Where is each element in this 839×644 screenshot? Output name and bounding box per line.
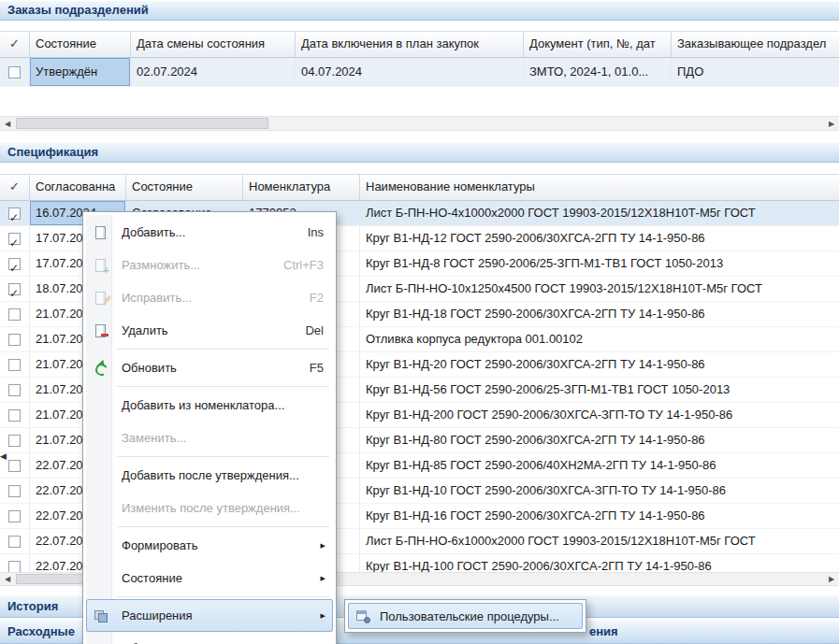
row-checkbox-icon[interactable] bbox=[8, 536, 21, 548]
menu-item-shortcut: F2 bbox=[310, 291, 324, 305]
orders-col-document[interactable]: Документ (тип, №, дат bbox=[524, 32, 672, 57]
orders-horizontal-scrollbar[interactable] bbox=[0, 116, 839, 131]
row-check-cell[interactable] bbox=[0, 58, 30, 87]
orders-col-plan-date[interactable]: Дата включения в план закупок bbox=[296, 32, 524, 57]
scroll-right-arrow-icon[interactable] bbox=[824, 573, 839, 585]
menu-item[interactable]: Состояние bbox=[86, 562, 333, 594]
orders-table-header-row: ✓ Состояние Дата смены состояния Дата вк… bbox=[0, 31, 839, 58]
row-check-cell[interactable] bbox=[0, 479, 30, 504]
menu-item-label: Расширения bbox=[122, 608, 324, 623]
row-checkbox-icon[interactable] bbox=[8, 334, 21, 346]
order-state-date-cell[interactable]: 02.07.2024 bbox=[131, 58, 296, 87]
row-checkbox-icon[interactable] bbox=[8, 510, 21, 522]
menu-item[interactable]: Формировать bbox=[86, 529, 333, 562]
spec-table-header-row: ✓ Согласованна Состояние Номенклатура На… bbox=[0, 174, 839, 201]
spec-name-cell[interactable]: Круг В1-НД-18 ГОСТ 2590-2006/30ХГСА-2ГП … bbox=[360, 302, 839, 327]
submenu-items: Пользовательские процедуры... bbox=[348, 603, 583, 629]
menu-item-shortcut: Ins bbox=[308, 225, 324, 239]
row-check-cell[interactable] bbox=[0, 277, 30, 302]
row-check-cell[interactable] bbox=[0, 201, 30, 226]
spec-name-cell[interactable]: Круг В1-НД-10 ГОСТ 2590-2006/30ХГСА-ЗГП-… bbox=[360, 479, 839, 504]
orders-table: ✓ Состояние Дата смены состояния Дата вк… bbox=[0, 31, 839, 87]
scroll-right-arrow-icon[interactable] bbox=[824, 117, 839, 130]
row-checkbox-icon[interactable] bbox=[8, 233, 21, 245]
menu-item[interactable]: Добавить после утверждения... bbox=[86, 459, 333, 492]
spec-name-cell[interactable]: Лист Б-ПН-НО-10х1250х4500 ГОСТ 19903-201… bbox=[360, 277, 839, 302]
spec-col-nomenclature[interactable]: Номенклатура bbox=[243, 175, 360, 200]
order-state-cell[interactable]: Утверждён bbox=[30, 58, 131, 87]
spec-name-cell[interactable]: Круг В1-НД-20 ГОСТ 2590-2006/30ХГСА-2ГП … bbox=[360, 352, 839, 378]
spec-name-cell[interactable]: Лист Б-ПН-НО-4х1000х2000 ГОСТ 19903-2015… bbox=[360, 201, 839, 226]
spec-name-cell[interactable]: Круг В1-НД-85 ГОСТ 2590-2006/40ХН2МА-2ГП… bbox=[360, 453, 839, 479]
row-checkbox-icon[interactable] bbox=[8, 561, 21, 573]
document-delete-icon bbox=[94, 323, 108, 338]
order-department-cell[interactable]: ПДО bbox=[672, 58, 839, 87]
spec-name-cell[interactable]: Круг В1-НД-16 ГОСТ 2590-2006/30ХГСА-2ГП … bbox=[360, 504, 839, 529]
row-checkbox-icon[interactable] bbox=[8, 384, 21, 396]
spec-col-state[interactable]: Состояние bbox=[126, 175, 243, 200]
scroll-left-arrow-icon[interactable] bbox=[0, 117, 15, 130]
menu-item[interactable]: Пользовательские процедуры... bbox=[348, 603, 583, 629]
row-check-cell[interactable] bbox=[0, 302, 30, 327]
spec-name-cell[interactable]: Круг В1-НД-8 ГОСТ 2590-2006/25-ЗГП-М1-ТВ… bbox=[360, 251, 839, 277]
panel-title-fragment: ения bbox=[589, 621, 618, 642]
row-checkbox-icon[interactable] bbox=[8, 258, 21, 270]
menu-item-shortcut: Del bbox=[305, 323, 324, 337]
order-row[interactable]: Утверждён 02.07.2024 04.07.2024 ЗМТО, 20… bbox=[0, 58, 839, 87]
row-checkbox-icon[interactable] bbox=[8, 208, 21, 220]
splitter-collapse-arrow-icon[interactable] bbox=[0, 447, 11, 465]
menu-item: Размножить... Ctrl+F3 bbox=[86, 249, 333, 281]
row-check-cell[interactable] bbox=[0, 352, 30, 378]
spec-name-cell[interactable]: Круг В1-НД-80 ГОСТ 2590-2006/30ХГСА-2ГП … bbox=[360, 428, 839, 453]
row-check-cell[interactable] bbox=[0, 327, 30, 352]
menu-item: Изменить после утверждения... bbox=[86, 492, 333, 524]
spec-name-cell[interactable]: Круг В1-НД-200 ГОСТ 2590-2006/30ХГСА-ЗГП… bbox=[360, 403, 839, 428]
menu-item-label: Изменить после утверждения... bbox=[122, 501, 324, 515]
user-procedure-icon bbox=[355, 608, 370, 623]
row-checkbox-icon[interactable] bbox=[8, 435, 21, 447]
row-check-cell[interactable] bbox=[0, 251, 30, 277]
spec-col-name[interactable]: Наименование номенклатуры bbox=[360, 175, 839, 200]
order-document-cell[interactable]: ЗМТО, 2024-1, 01.0... bbox=[524, 58, 672, 87]
expense-panel-title: Расходные bbox=[7, 624, 75, 638]
scroll-left-arrow-icon[interactable] bbox=[0, 573, 15, 585]
row-check-cell[interactable] bbox=[0, 504, 30, 529]
menu-item-label: Размножить... bbox=[122, 258, 268, 272]
row-checkbox-icon[interactable] bbox=[8, 283, 21, 295]
orders-panel-header[interactable]: Заказы подразделений bbox=[0, 0, 839, 21]
spec-name-cell[interactable]: Круг В1-НД-12 ГОСТ 2590-2006/30ХГСА-2ГП … bbox=[360, 226, 839, 251]
menu-item-label: Добавить после утверждения... bbox=[122, 468, 324, 482]
menu-item[interactable]: Обмен bbox=[86, 632, 333, 644]
menu-item[interactable]: Обновить F5 bbox=[86, 351, 333, 384]
orders-col-department[interactable]: Заказывающее подраздел bbox=[672, 32, 839, 57]
row-check-cell[interactable] bbox=[0, 226, 30, 251]
row-check-cell[interactable] bbox=[0, 378, 30, 403]
row-check-cell[interactable] bbox=[0, 529, 30, 554]
order-plan-date-cell[interactable]: 04.07.2024 bbox=[296, 58, 524, 87]
spec-panel-header[interactable]: Спецификация bbox=[0, 142, 839, 163]
menu-item-label: Добавить... bbox=[122, 225, 293, 239]
row-checkbox-icon[interactable] bbox=[8, 359, 21, 371]
row-checkbox-icon[interactable] bbox=[8, 66, 21, 79]
menu-item[interactable]: Удалить Del bbox=[86, 314, 333, 347]
spec-name-cell[interactable]: Лист Б-ПН-НО-6х1000х2000 ГОСТ 19903-2015… bbox=[360, 529, 839, 554]
spec-col-check[interactable]: ✓ bbox=[0, 175, 30, 200]
spec-col-agreed-date[interactable]: Согласованна bbox=[30, 175, 126, 200]
row-checkbox-icon[interactable] bbox=[8, 485, 21, 497]
spec-name-cell[interactable]: Круг В1-НД-56 ГОСТ 2590-2006/25-ЗГП-М1-Т… bbox=[360, 378, 839, 403]
application-window: Заказы подразделений ✓ Состояние Дата см… bbox=[0, 0, 839, 644]
menu-item[interactable]: Добавить из номенклатора... bbox=[86, 389, 333, 422]
row-check-cell[interactable] bbox=[0, 403, 30, 428]
spec-name-cell[interactable]: Отливка корпуса редуктора 001.00102 bbox=[360, 327, 839, 352]
menu-item[interactable]: Расширения bbox=[86, 599, 333, 632]
context-menu: Добавить... Ins Размножить... Ctrl+F3 Ис… bbox=[82, 211, 337, 644]
refresh-icon bbox=[94, 361, 108, 376]
menu-item[interactable]: Добавить... Ins bbox=[86, 216, 333, 249]
orders-col-check[interactable]: ✓ bbox=[0, 32, 30, 57]
orders-col-state-date[interactable]: Дата смены состояния bbox=[131, 32, 296, 57]
row-checkbox-icon[interactable] bbox=[8, 409, 21, 422]
scrollbar-thumb[interactable] bbox=[16, 118, 268, 129]
orders-table-body: Утверждён 02.07.2024 04.07.2024 ЗМТО, 20… bbox=[0, 58, 839, 87]
orders-col-state[interactable]: Состояние bbox=[30, 32, 131, 57]
row-checkbox-icon[interactable] bbox=[8, 308, 21, 321]
